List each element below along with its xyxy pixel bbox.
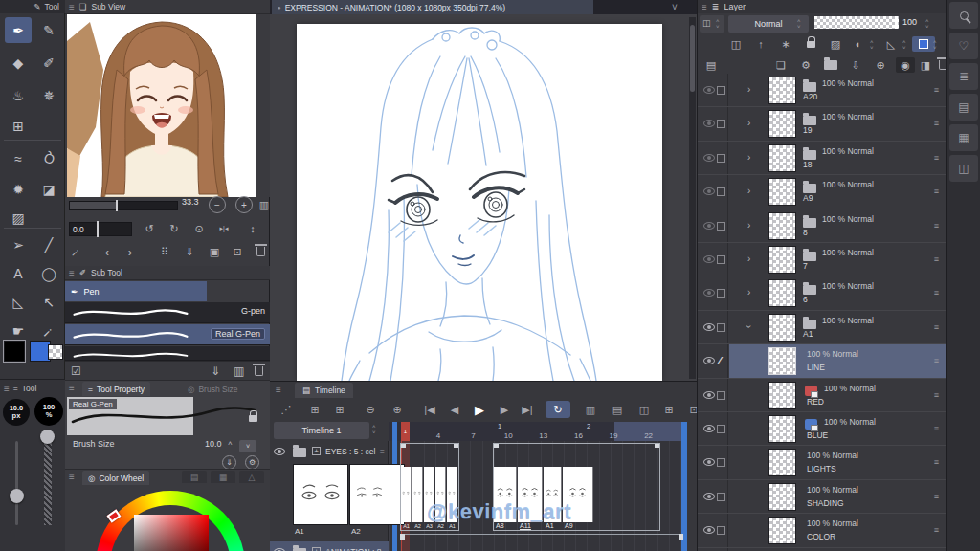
layer-checkbox[interactable] <box>717 526 725 535</box>
subview-zoom-slider[interactable] <box>69 201 178 210</box>
curve-icon[interactable]: ⋰ <box>276 401 297 418</box>
tab-timeline[interactable]: ▤ Timeline <box>295 383 353 398</box>
layer-checkbox[interactable] <box>717 458 725 467</box>
tool-liquify-button[interactable]: ≈ <box>5 145 32 171</box>
lock-icon[interactable] <box>249 415 257 422</box>
skip_end-icon[interactable]: ▶| <box>517 401 538 418</box>
layer-row-A20[interactable]: ›100 % NormalA20≡ <box>698 74 946 107</box>
track-menu-icon[interactable]: ≡ <box>380 447 385 456</box>
layer-row-8[interactable]: ›100 % Normal8≡ <box>698 209 946 243</box>
track-thumbnail-a1[interactable] <box>293 464 348 525</box>
tool-pencil-button[interactable]: ✎ <box>35 17 62 43</box>
layer-thumbnail[interactable] <box>768 246 796 274</box>
layer-menu-icon[interactable]: ≡ <box>934 85 939 95</box>
tool-select_pen-button[interactable]: ↖ <box>35 289 62 315</box>
pin-icon[interactable]: ∗ <box>776 36 795 52</box>
tool-decoration-button[interactable]: ✵ <box>35 82 62 108</box>
subview-zoom-in-button[interactable]: + <box>235 196 253 213</box>
tool-gradient-button[interactable]: ▨ <box>5 205 32 231</box>
eyedropper-icon[interactable]: ¡ <box>71 246 81 256</box>
rotate-cw-icon[interactable]: ↻ <box>165 220 184 237</box>
panel-button-search[interactable] <box>949 2 978 29</box>
tab-color-slider[interactable]: ▤ <box>182 471 207 483</box>
frame_prev-icon[interactable]: ◀ <box>444 401 465 418</box>
layer-checkbox[interactable] <box>717 154 725 163</box>
layer-row-RED[interactable]: 100 % NormalRED≡ <box>698 379 946 412</box>
layer-checkbox[interactable] <box>717 289 725 298</box>
stepper-icon[interactable]: ˄˅ <box>870 39 874 51</box>
ruler-sm-icon[interactable]: ◺ <box>881 36 901 52</box>
layer-row-SHADING[interactable]: 100 % NormalSHADING≡ <box>698 480 946 514</box>
reset-rotation-icon[interactable]: ⊙ <box>189 220 209 237</box>
saturation-value-square[interactable] <box>134 515 209 551</box>
layer-visibility-eye-icon[interactable] <box>703 86 715 94</box>
panel-button-stack[interactable]: ≣ <box>949 63 978 90</box>
expand-track-icon[interactable]: + <box>312 547 321 551</box>
tool-airbrush-button[interactable]: ♨ <box>5 82 32 108</box>
track-eyes-header[interactable]: + EYES : 5 : cel ≡ <box>270 441 389 462</box>
timeline-edit-range-bar[interactable] <box>400 534 683 540</box>
quick-panel-tab[interactable]: Tool <box>22 384 37 393</box>
layer-visibility-eye-icon[interactable] <box>703 425 715 432</box>
layer-thumbnail[interactable] <box>768 77 796 104</box>
trash-button[interactable] <box>933 57 946 73</box>
layer-thumbnail[interactable] <box>768 212 796 240</box>
layer-menu-icon[interactable]: ≡ <box>934 525 939 535</box>
main-color-swatch[interactable] <box>4 341 25 362</box>
delete-image-icon[interactable] <box>251 243 270 260</box>
frame_next-icon[interactable]: ▶ <box>494 401 515 418</box>
slider-toggle-button[interactable]: ˅ <box>239 440 256 452</box>
panel-toggle-button[interactable]: ▤ <box>702 57 721 73</box>
layer-visibility-eye-icon[interactable] <box>703 493 715 500</box>
layer-row-LIGHTS[interactable]: 100 % NormalLIGHTS≡ <box>698 446 946 479</box>
layer-thumbnail[interactable] <box>768 382 796 409</box>
menu-icon[interactable]: ≡ <box>69 384 75 393</box>
timeline-ruler[interactable]: 47101316192212 <box>389 422 687 441</box>
expand-track-icon[interactable]: + <box>312 447 321 455</box>
menu-icon[interactable]: ≡ <box>69 473 75 482</box>
subtool-item-real-gpen[interactable]: Real G-Pen <box>65 324 270 345</box>
tab-approx-color[interactable]: △ <box>239 471 264 483</box>
expand-arrow-icon[interactable]: › <box>747 253 750 264</box>
play-icon[interactable]: ▶ <box>469 401 490 418</box>
expand-arrow-icon[interactable]: › <box>747 287 750 298</box>
film_c-icon[interactable]: ◫ <box>634 401 655 418</box>
layer-row-COLOR[interactable]: 100 % NormalCOLOR≡ <box>698 514 946 547</box>
edit-settings-icon[interactable]: ⊡ <box>228 243 247 260</box>
timeline-cel[interactable] <box>401 467 412 522</box>
layer-row-LINE[interactable]: ∠100 % NormalLINE≡ <box>698 344 946 378</box>
expand-arrow-icon[interactable]: › <box>747 186 750 196</box>
alpha-lock-icon[interactable]: ▨ <box>826 36 845 52</box>
clip-icon[interactable]: ◫ <box>726 36 746 52</box>
menu-icon[interactable]: ≡ <box>69 2 75 12</box>
subtool-item-gpen[interactable]: G-pen <box>65 302 270 323</box>
menu-icon[interactable]: ≡ <box>702 2 707 12</box>
menu-icon[interactable]: ≡ <box>69 268 75 278</box>
layer-visibility-eye-icon[interactable] <box>703 222 715 230</box>
subtool-item-partial[interactable] <box>65 346 270 361</box>
brush-size-slider[interactable] <box>15 441 18 525</box>
menu-icon[interactable]: ≡ <box>4 384 10 394</box>
layer-visibility-eye-icon[interactable] <box>703 255 715 263</box>
film_d-icon[interactable]: ⊞ <box>329 401 350 418</box>
opacity-stepper[interactable]: ˄˅ <box>925 18 929 30</box>
tab-color-wheel[interactable]: ◎ Color Wheel <box>82 471 149 485</box>
apply-mask-button[interactable]: ◨ <box>916 57 935 73</box>
layer-checkbox[interactable] <box>717 86 725 95</box>
track-visibility-eye-icon[interactable] <box>274 448 285 455</box>
layer-row-19[interactable]: ›100 % Normal19≡ <box>698 107 946 141</box>
layer-row-BLUE[interactable]: 100 % NormalBLUE≡ <box>698 412 946 446</box>
layer-thumbnail[interactable] <box>768 110 796 138</box>
film_d-icon[interactable]: ⊞ <box>658 401 679 418</box>
layer-menu-icon[interactable]: ≡ <box>934 356 939 365</box>
layer-thumbnail[interactable] <box>768 178 796 206</box>
layer-menu-icon[interactable]: ≡ <box>934 390 939 400</box>
timeline-cel[interactable] <box>412 467 423 522</box>
palette-color-selector[interactable]: ◫ ˄˅ <box>700 15 724 33</box>
layer-visibility-eye-icon[interactable] <box>703 357 715 364</box>
layer-menu-icon[interactable]: ≡ <box>934 424 939 433</box>
timeline-selector-stepper[interactable]: ˄˅ <box>372 424 376 435</box>
new-layer-button[interactable]: ❏ <box>771 57 791 73</box>
playhead[interactable]: 1 <box>401 422 410 441</box>
layer-visibility-eye-icon[interactable] <box>703 458 715 466</box>
